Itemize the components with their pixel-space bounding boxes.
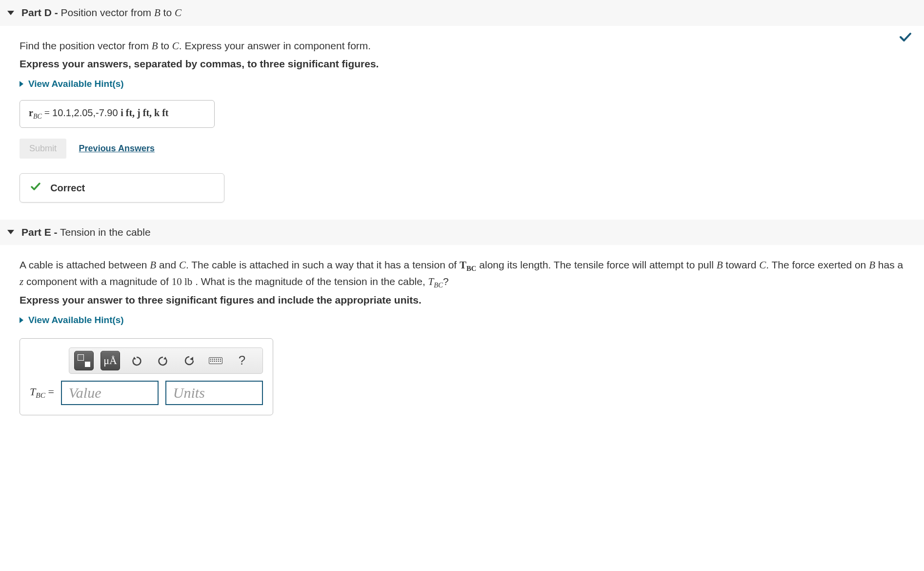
- redo-icon[interactable]: [153, 351, 173, 370]
- part-e-prompt: A cable is attached between B and C. The…: [20, 257, 904, 290]
- part-d-instructions: Express your answers, separated by comma…: [20, 58, 904, 70]
- fraction-tool-icon[interactable]: [74, 351, 94, 370]
- submit-button: Submit: [20, 139, 66, 159]
- part-d-label: Part D -: [21, 7, 58, 18]
- button-row-d: Submit Previous Answers: [20, 139, 904, 159]
- answer-box-d: rBC = 10.1,2.05,-7.90 i ft, j ft, k ft: [20, 100, 215, 128]
- reset-icon[interactable]: [180, 351, 199, 370]
- hints-label: View Available Hint(s): [28, 315, 124, 326]
- correct-feedback: Correct: [20, 173, 224, 203]
- part-e-content: A cable is attached between B and C. The…: [0, 245, 924, 432]
- help-icon[interactable]: ?: [232, 351, 252, 370]
- hints-label: View Available Hint(s): [28, 79, 124, 89]
- answer-input-panel: μÅ ? TBC = Value Units: [20, 338, 273, 415]
- equation-row: TBC = Value Units: [30, 381, 263, 405]
- caret-right-icon: [20, 81, 23, 87]
- answer-value: 10.1,2.05,-7.90: [52, 107, 118, 118]
- view-hints-e[interactable]: View Available Hint(s): [20, 315, 904, 326]
- equation-toolbar: μÅ ?: [69, 347, 263, 374]
- part-e-header[interactable]: Part E - Tension in the cable: [0, 220, 924, 245]
- part-e-label: Part E -: [21, 226, 58, 238]
- view-hints-d[interactable]: View Available Hint(s): [20, 79, 904, 89]
- correct-label: Correct: [50, 183, 85, 193]
- part-d-prompt: Find the position vector from B to C. Ex…: [20, 38, 904, 54]
- units-input[interactable]: Units: [165, 381, 263, 405]
- part-d-content: Find the position vector from B to C. Ex…: [0, 26, 924, 220]
- check-icon: [31, 182, 43, 194]
- part-d-header[interactable]: Part D - Position vector from B to C: [0, 0, 924, 26]
- previous-answers-link[interactable]: Previous Answers: [79, 143, 155, 153]
- caret-right-icon: [20, 317, 23, 323]
- check-icon: [899, 31, 912, 46]
- caret-down-icon: [7, 11, 14, 15]
- value-input[interactable]: Value: [61, 381, 159, 405]
- keyboard-icon[interactable]: [206, 351, 225, 370]
- part-e-title: Part E - Tension in the cable: [21, 226, 151, 238]
- part-e-instructions: Express your answer to three significant…: [20, 294, 904, 306]
- undo-icon[interactable]: [127, 351, 146, 370]
- answer-units: i ft, j ft, k ft: [121, 107, 168, 118]
- units-tool-icon[interactable]: μÅ: [100, 351, 120, 370]
- equation-lhs: TBC =: [30, 386, 54, 400]
- caret-down-icon: [7, 230, 14, 234]
- part-d-title: Part D - Position vector from B to C: [21, 7, 181, 19]
